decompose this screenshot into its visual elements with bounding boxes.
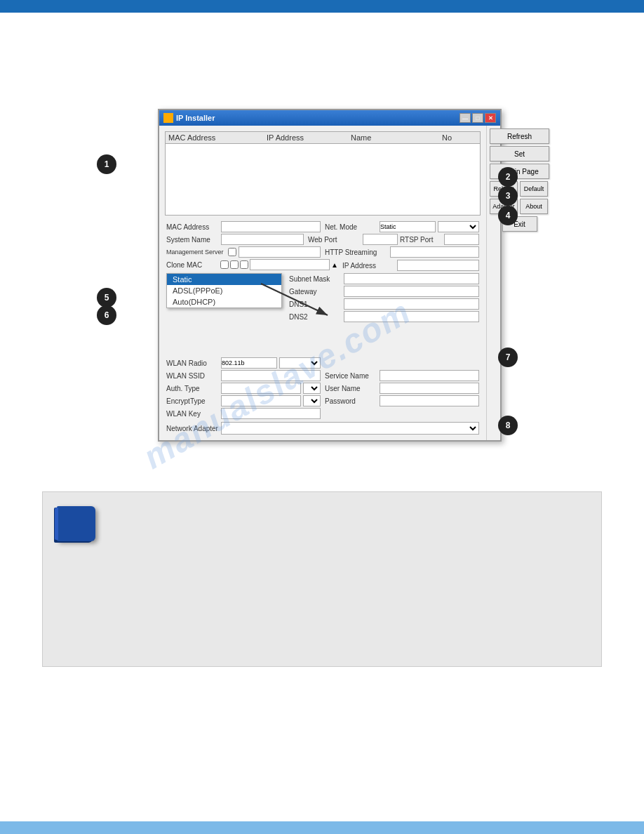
window-left: MAC Address IP Address Name No MAC Addre…: [159, 126, 486, 440]
arrow-annotation: [257, 280, 342, 324]
book-shape: [57, 506, 95, 541]
wlan-key-input[interactable]: [221, 408, 321, 419]
subnet-mask-input[interactable]: [344, 273, 479, 284]
app-icon: [163, 113, 173, 123]
wlan-ssid-input[interactable]: [221, 370, 321, 381]
clone-mac-label: Clone MAC: [166, 261, 219, 269]
default-button[interactable]: Default: [520, 181, 548, 197]
encrypt-type-select[interactable]: [303, 395, 321, 406]
callout-4: 4: [498, 206, 518, 225]
col-no: No: [442, 133, 477, 142]
ip-installer-window: IP Installer — □ ✕ MAC Address IP Addres…: [158, 109, 502, 442]
service-name-input[interactable]: [380, 370, 479, 381]
mgmt-server-checkbox[interactable]: [228, 248, 236, 256]
title-bar: IP Installer — □ ✕: [159, 110, 500, 126]
refresh-button[interactable]: Refresh: [490, 128, 549, 144]
gateway-input[interactable]: [344, 286, 479, 297]
title-bar-controls[interactable]: — □ ✕: [459, 113, 496, 123]
net-mode-select[interactable]: [438, 221, 479, 232]
auth-type-select[interactable]: [303, 383, 321, 394]
svg-line-1: [261, 284, 328, 315]
callout-7: 7: [498, 348, 518, 367]
wlan-radio-select[interactable]: [279, 357, 321, 369]
callout-8: 8: [498, 416, 518, 435]
rtsp-port-input[interactable]: [444, 234, 479, 245]
title-bar-title: IP Installer: [163, 113, 215, 123]
col-mac: MAC Address: [168, 133, 267, 142]
web-port-input[interactable]: [363, 234, 398, 245]
clone-mac-cb1[interactable]: [220, 260, 229, 269]
note-box: [42, 491, 602, 667]
mgmt-server-label: Management Server: [166, 249, 226, 256]
service-name-label: Service Name: [325, 372, 377, 380]
window-title: IP Installer: [176, 114, 215, 122]
system-name-input[interactable]: [221, 234, 304, 245]
note-book-icon: [57, 506, 99, 548]
wlan-radio-label: WLAN Radio: [166, 359, 219, 367]
clone-mac-cb3[interactable]: [240, 260, 248, 269]
callout-1: 1: [97, 154, 116, 174]
user-name-input[interactable]: [380, 383, 479, 394]
auth-type-label: Auth. Type: [166, 385, 219, 392]
dns1-input[interactable]: [344, 298, 479, 310]
device-list-header: MAC Address IP Address Name No: [166, 132, 480, 144]
system-name-label: System Name: [166, 236, 219, 244]
ip-address-label: IP Address: [342, 262, 395, 270]
net-mode-input[interactable]: [380, 221, 436, 232]
mac-address-input[interactable]: [221, 221, 321, 232]
password-input[interactable]: [380, 395, 479, 406]
window-body: MAC Address IP Address Name No MAC Addre…: [159, 126, 500, 440]
window-right: Refresh Set Admin Page Reboot Default Ad…: [486, 126, 552, 440]
maximize-button[interactable]: □: [472, 113, 483, 123]
col-ip: IP Address: [267, 133, 351, 142]
clone-mac-input[interactable]: [250, 259, 330, 270]
mac-address-label: MAC Address: [166, 223, 219, 231]
callout-3: 3: [498, 186, 518, 206]
device-list: MAC Address IP Address Name No: [165, 131, 481, 216]
clone-mac-cb2[interactable]: [230, 260, 239, 269]
ip-address-input[interactable]: [397, 260, 479, 271]
mgmt-server-input[interactable]: [239, 246, 321, 258]
callout-5: 5: [97, 288, 116, 307]
callout-6: 6: [97, 305, 116, 325]
minimize-button[interactable]: —: [459, 113, 471, 123]
encrypt-type-label: EncryptType: [166, 397, 219, 405]
dns2-input[interactable]: [344, 311, 479, 322]
network-adapter-select[interactable]: [221, 422, 479, 435]
callout-2: 2: [498, 167, 518, 187]
auth-type-input[interactable]: [221, 383, 301, 394]
password-label: Password: [325, 397, 377, 405]
wlan-ssid-label: WLAN SSID: [166, 372, 219, 380]
web-port-label: Web Port: [308, 236, 361, 244]
about-button[interactable]: About: [520, 199, 548, 214]
network-adapter-label: Network Adapter: [166, 425, 219, 432]
top-bar: [0, 0, 644, 13]
rtsp-port-label: RTSP Port: [400, 236, 442, 244]
col-name: Name: [351, 133, 442, 142]
net-mode-label: Net. Mode: [325, 223, 377, 231]
http-streaming-input[interactable]: [390, 246, 479, 258]
encrypt-type-input[interactable]: [221, 395, 301, 406]
form-area: MAC Address Net. Mode System Name: [162, 218, 483, 437]
clone-mac-indicator: ▲: [331, 261, 338, 269]
set-button[interactable]: Set: [490, 146, 549, 161]
wlan-key-label: WLAN Key: [166, 410, 219, 418]
close-button[interactable]: ✕: [485, 113, 496, 123]
user-name-label: User Name: [325, 385, 377, 392]
wlan-radio-input[interactable]: [221, 357, 277, 369]
bottom-bar: [0, 821, 644, 834]
http-streaming-label: HTTP Streaming: [325, 249, 388, 256]
arrow-svg: [257, 280, 342, 322]
